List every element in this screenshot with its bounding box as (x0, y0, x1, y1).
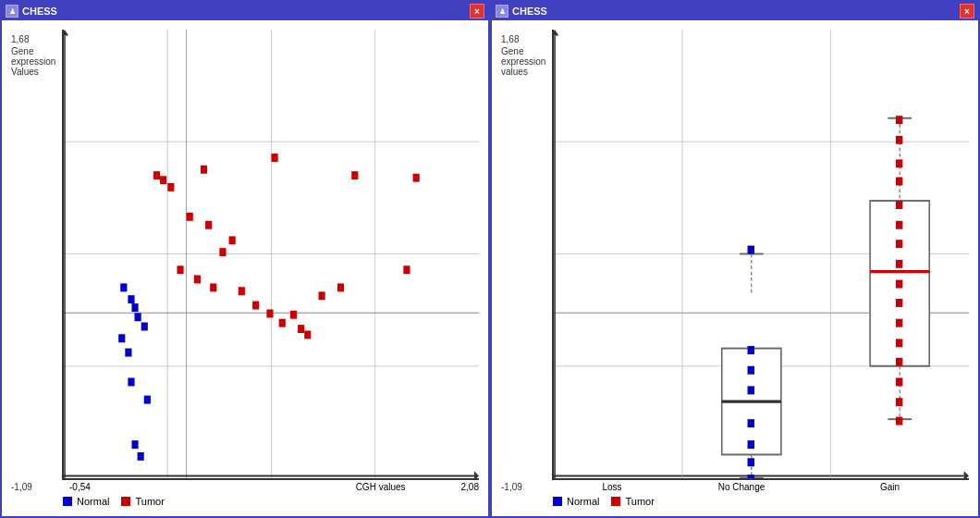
normal-legend-icon-box (552, 496, 563, 507)
svg-rect-16 (141, 323, 148, 331)
normal-legend-label: Normal (77, 496, 109, 507)
svg-rect-15 (135, 313, 141, 321)
scatter-legend: Normal Tumor (11, 492, 479, 507)
svg-rect-48 (121, 497, 130, 506)
boxplot-svg (554, 30, 969, 478)
svg-rect-82 (896, 178, 902, 186)
titlebar-scatter: ♟ CHESS × (2, 2, 488, 20)
svg-rect-36 (210, 283, 216, 291)
close-button-scatter[interactable]: × (470, 4, 484, 18)
scatter-plot (62, 30, 479, 480)
tumor-legend-label-box: Tumor (625, 496, 654, 507)
svg-marker-11 (64, 30, 68, 35)
svg-rect-31 (205, 221, 212, 229)
svg-rect-71 (748, 475, 754, 478)
svg-rect-96 (611, 497, 620, 506)
window-chess-scatter: ♟ CHESS × 1,68 Gene expression Values -1… (0, 0, 490, 518)
legend-normal-scatter: Normal (62, 496, 109, 507)
svg-rect-94 (896, 417, 902, 426)
svg-rect-13 (128, 295, 134, 303)
svg-rect-34 (177, 265, 183, 274)
titlebar-left-box: ♟ CHESS (496, 5, 547, 18)
chess-icon-scatter: ♟ (6, 5, 18, 18)
svg-rect-22 (138, 452, 144, 461)
window-title-scatter: CHESS (22, 6, 57, 17)
svg-rect-30 (187, 213, 193, 221)
gain-label: Gain (811, 482, 969, 492)
titlebar-boxplot: ♟ CHESS × (492, 2, 978, 20)
tumor-legend-label: Tumor (135, 496, 164, 507)
svg-rect-33 (219, 248, 226, 256)
svg-rect-18 (125, 349, 131, 357)
svg-rect-41 (290, 311, 297, 319)
svg-rect-27 (272, 154, 278, 162)
svg-rect-86 (896, 260, 902, 268)
svg-rect-23 (153, 171, 160, 179)
svg-rect-87 (896, 280, 902, 289)
titlebar-left: ♟ CHESS (6, 5, 57, 18)
svg-rect-29 (413, 174, 420, 182)
x-axis-labels-scatter: -0,54 CGH values 2,08 (62, 480, 479, 492)
svg-rect-19 (128, 378, 134, 387)
svg-marker-54 (964, 471, 969, 478)
boxplot-plot-wrapper: Loss No Change Gain (552, 30, 969, 492)
svg-rect-43 (304, 330, 311, 339)
svg-rect-35 (194, 275, 201, 283)
x-axis-categories: Loss No Change Gain (552, 480, 969, 492)
svg-rect-24 (160, 176, 166, 184)
x-max-label: 2,08 (461, 482, 479, 492)
boxplot-plot (552, 30, 969, 480)
window-title-boxplot: CHESS (512, 6, 547, 17)
svg-rect-92 (896, 378, 902, 387)
svg-rect-80 (896, 136, 902, 144)
svg-rect-17 (118, 334, 125, 342)
svg-rect-40 (279, 319, 286, 327)
svg-rect-39 (266, 309, 273, 317)
svg-rect-45 (337, 283, 344, 291)
svg-rect-38 (252, 302, 259, 310)
svg-rect-93 (896, 398, 902, 406)
x-center-label: CGH values (356, 482, 406, 492)
svg-rect-91 (896, 358, 902, 366)
svg-rect-95 (553, 497, 562, 506)
no-change-label: No Change (672, 482, 811, 492)
svg-rect-88 (896, 299, 902, 307)
boxplot-chart-container: 1,68 Gene expression values -1,09 (501, 30, 969, 492)
svg-rect-79 (896, 116, 902, 124)
svg-rect-44 (319, 291, 325, 300)
svg-rect-90 (896, 339, 902, 347)
svg-rect-12 (120, 283, 127, 291)
boxplot-chart-area: 1,68 Gene expression values -1,09 (492, 20, 978, 516)
x-center-spacer (91, 482, 356, 492)
svg-rect-65 (748, 346, 754, 354)
loss-label: Loss (552, 482, 672, 492)
legend-tumor-boxplot: Tumor (610, 496, 654, 507)
svg-rect-68 (748, 419, 754, 427)
window-chess-boxplot: ♟ CHESS × 1,68 Gene expression values -1… (490, 0, 980, 518)
legend-normal-boxplot: Normal (552, 496, 599, 507)
svg-rect-89 (896, 319, 902, 327)
svg-rect-26 (201, 166, 207, 174)
normal-legend-label-box: Normal (567, 496, 599, 507)
svg-rect-21 (131, 440, 138, 449)
boxplot-legend: Normal Tumor (501, 492, 969, 507)
y-axis-label-scatter: 1,68 Gene expression Values -1,09 (11, 30, 62, 492)
svg-rect-67 (748, 386, 754, 394)
svg-rect-25 (167, 183, 174, 191)
legend-tumor-scatter: Tumor (120, 496, 164, 507)
svg-rect-37 (239, 287, 245, 295)
svg-rect-81 (896, 159, 902, 167)
tumor-legend-icon-box (610, 496, 621, 507)
svg-rect-83 (896, 201, 902, 209)
svg-rect-32 (229, 236, 236, 244)
svg-marker-9 (474, 471, 479, 478)
svg-rect-47 (63, 497, 72, 506)
svg-rect-28 (351, 171, 358, 179)
close-button-boxplot[interactable]: × (960, 4, 974, 18)
svg-marker-56 (554, 30, 558, 35)
scatter-plot-wrapper: -0,54 CGH values 2,08 (62, 30, 479, 492)
x-min-label: -0,54 (69, 482, 91, 492)
svg-rect-42 (298, 325, 304, 333)
normal-legend-icon (62, 496, 73, 507)
svg-rect-85 (896, 240, 902, 248)
